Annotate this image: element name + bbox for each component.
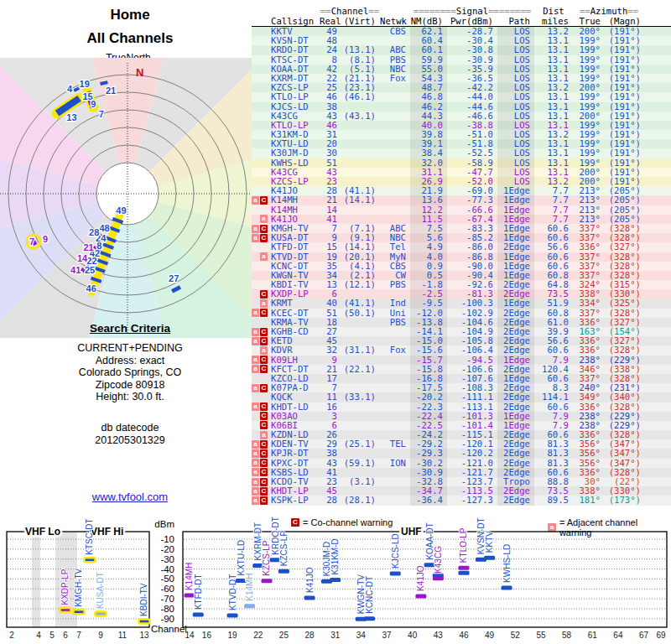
table-cell: KZCS-LP <box>269 83 320 92</box>
table-cell: K14MH <box>269 205 320 215</box>
table-cell: KJCS-LD <box>269 102 320 112</box>
table-cell: Tropo <box>497 477 534 486</box>
table-cell: (41.1) <box>341 299 380 308</box>
table-cell: K30JM-D <box>269 148 320 158</box>
table-cell: -90.4 <box>447 271 497 280</box>
table-cell: 2Edge <box>497 486 534 496</box>
table-cell: 41 <box>320 468 341 477</box>
table-cell: 60.6 <box>534 374 573 383</box>
table-cell: 39.9 <box>534 327 573 336</box>
table-cell: PBS <box>380 318 410 327</box>
table-cell: 28 <box>320 496 341 505</box>
table-cell <box>341 205 380 215</box>
warning-badges: a <box>252 252 269 262</box>
table-cell: 13 <box>320 280 341 289</box>
table-cell: -104.9 <box>447 327 497 336</box>
table-cell: (43.1) <box>341 112 380 121</box>
table-cell: (28.1) <box>341 496 380 505</box>
table-cell: 4.9 <box>410 242 447 252</box>
table-cell <box>380 468 410 477</box>
table-cell: 2Edge <box>497 402 534 412</box>
table-cell: 14 <box>320 205 341 215</box>
table-cell: 13.1 <box>534 168 573 177</box>
table-cell: 6 <box>320 289 341 299</box>
table-cell: 89.5 <box>534 496 573 505</box>
table-cell: 64.8 <box>534 280 573 289</box>
adjacent-channel-warning-icon: a <box>252 309 259 317</box>
table-cell: (50.1) <box>341 309 380 318</box>
table-row: K43CG4331.1-47.7LOS13.1200°(191°) <box>252 168 671 177</box>
station-label: KXDP-LP <box>61 569 70 605</box>
table-row: aCKUSA-DT9(9.1)NBC5.6-85.21Edge60.6337°(… <box>252 233 671 242</box>
warning-badges <box>252 65 269 74</box>
table-cell: K14MH <box>269 195 320 205</box>
table-cell: 200° <box>573 177 605 186</box>
table-cell: 13.2 <box>534 130 573 139</box>
table-cell: 60.4 <box>410 36 447 45</box>
tvfool-link[interactable]: www.tvfool.com <box>0 491 260 503</box>
co-channel-warning-icon: C <box>260 365 268 373</box>
warning-badges: C <box>252 421 269 430</box>
signal-bar <box>85 558 96 562</box>
x-tick-label: 6 <box>63 631 68 640</box>
table-row: aCKDEN-TV29(25.1)TEL-29.2-120.12Edge81.3… <box>252 439 671 449</box>
table-cell: 23 <box>320 477 341 486</box>
table-cell <box>341 356 380 365</box>
table-cell: 31.1 <box>410 168 447 177</box>
table-cell: (328°) <box>605 374 645 383</box>
table-cell: 13.1 <box>534 102 573 112</box>
table-cell <box>380 92 410 101</box>
table-cell: 7.9 <box>534 356 573 365</box>
table-cell: -22.5 <box>410 421 447 430</box>
table-cell: (21.1) <box>341 74 380 83</box>
x-tick-label: 34 <box>356 631 367 640</box>
table-cell: 46.2 <box>410 102 447 112</box>
table-cell: KKTV <box>269 27 320 36</box>
table-cell: 1Edge <box>497 233 534 242</box>
band-label: UHF <box>401 526 422 538</box>
table-cell: KDVR <box>269 345 320 355</box>
table-cell <box>380 496 410 505</box>
station-label: KXTU-LD <box>237 540 246 576</box>
table-cell: 1Edge <box>497 262 534 271</box>
table-cell: LOS <box>497 27 534 36</box>
table-cell <box>380 392 410 402</box>
x-tick-label: 46 <box>459 631 469 640</box>
warning-badges: a <box>252 215 269 224</box>
table-cell <box>252 17 269 27</box>
table-cell: 38 <box>320 102 341 112</box>
table-cell: -102.9 <box>447 309 497 318</box>
table-cell: 7.7 <box>534 195 573 205</box>
table-row: KTSC-DT8(8.1)PBS59.9-30.9LOS13.1199°(191… <box>252 55 671 65</box>
table-row: KTFD-DT15(14.1)Tel4.9-86.02Edge56.6336°(… <box>252 242 671 252</box>
x-tick-label: 16 <box>202 631 212 640</box>
table-row: KVSN-DT4860.4-30.4LOS13.1199°(191°) <box>252 36 671 45</box>
warning-badges <box>252 242 269 252</box>
search-criteria-line: CURRENT+PENDING <box>0 342 260 355</box>
table-row: aCK09LH9-15.7-94.51Edge7.9238°(229°) <box>252 356 671 365</box>
table-cell: (347°) <box>605 449 645 458</box>
table-cell: True <box>573 17 605 27</box>
table-cell: 45 <box>320 486 341 496</box>
table-cell: 1Edge <box>497 205 534 215</box>
warning-badges: a <box>252 299 269 308</box>
table-cell: (8.1) <box>341 55 380 65</box>
table-cell: Fox <box>380 345 410 355</box>
table-row: aCKPXC-DT43(59.1)ION-30.2-121.02Edge81.3… <box>252 459 671 468</box>
table-cell: KDEN-TV <box>269 439 320 449</box>
table-cell: 7.7 <box>534 186 573 195</box>
table-cell: LOS <box>497 158 534 168</box>
table-cell: 60.6 <box>534 345 573 355</box>
table-cell: -13.8 <box>410 318 447 327</box>
table-cell: 5.6 <box>410 233 447 242</box>
co-channel-warning-icon: C <box>260 225 268 233</box>
db-datecode-value: 201205301329 <box>0 434 260 447</box>
table-cell: 40.0 <box>410 121 447 130</box>
table-cell: KTFD-DT <box>269 242 320 252</box>
co-channel-warning-icon: C <box>260 487 268 496</box>
table-cell <box>380 130 410 139</box>
signal-bar <box>139 619 150 623</box>
table-cell: NBC <box>380 233 410 242</box>
table-cell: 199° <box>573 74 605 83</box>
table-cell: (191°) <box>605 177 645 186</box>
